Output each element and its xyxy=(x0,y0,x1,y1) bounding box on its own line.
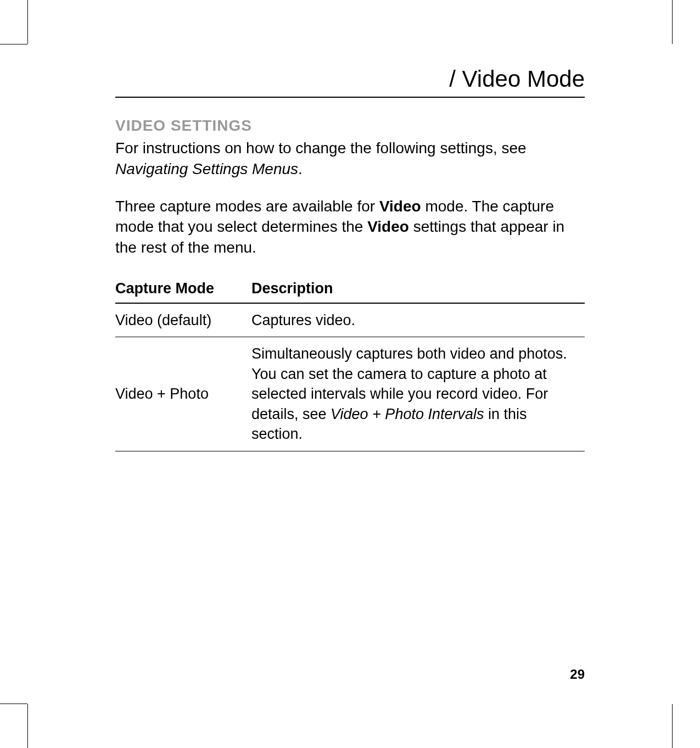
page-content: / Video Mode VIDEO SETTINGS For instruct… xyxy=(0,0,700,748)
intro-period: . xyxy=(298,160,303,177)
intro-paragraph: For instructions on how to change the fo… xyxy=(115,138,585,180)
th-capture-mode: Capture Mode xyxy=(115,275,251,303)
desc-italic-ref: Video + Photo Intervals xyxy=(331,406,484,422)
para2-bold-video1: Video xyxy=(379,198,421,215)
capture-modes-paragraph: Three capture modes are available for Vi… xyxy=(115,196,585,258)
table-row: Video (default) Captures video. xyxy=(115,303,585,337)
th-description: Description xyxy=(251,275,585,303)
capture-mode-table: Capture Mode Description Video (default)… xyxy=(115,275,585,451)
table-row: Video + Photo Simultaneously captures bo… xyxy=(115,337,585,451)
para2-bold-video2: Video xyxy=(367,218,409,235)
td-mode: Video (default) xyxy=(115,303,251,337)
page-number: 29 xyxy=(570,667,585,682)
intro-italic-ref: Navigating Settings Menus xyxy=(115,160,298,177)
td-desc: Simultaneously captures both video and p… xyxy=(251,337,585,451)
td-mode: Video + Photo xyxy=(115,337,251,451)
table-header-row: Capture Mode Description xyxy=(115,275,585,303)
td-desc: Captures video. xyxy=(251,303,585,337)
section-heading: VIDEO SETTINGS xyxy=(115,117,585,135)
intro-text: For instructions on how to change the fo… xyxy=(115,139,527,157)
para2-text: Three capture modes are available for xyxy=(115,198,379,215)
chapter-title: / Video Mode xyxy=(115,66,585,98)
